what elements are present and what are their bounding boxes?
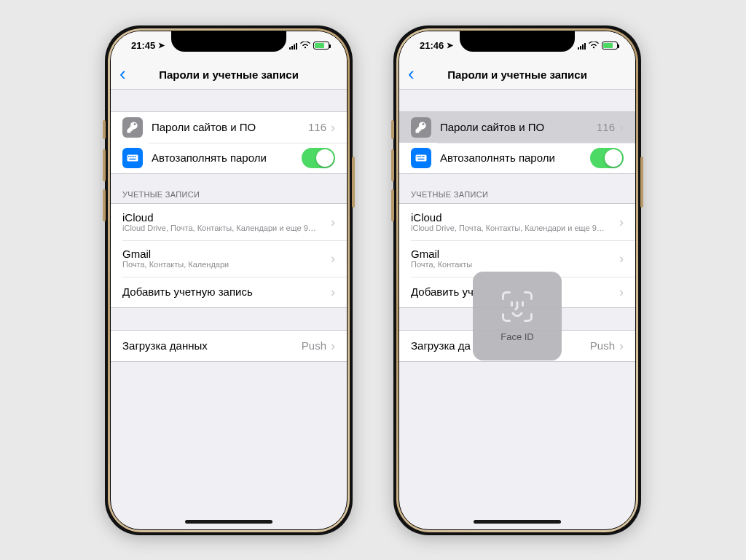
faceid-overlay: Face ID — [473, 272, 562, 360]
autofill-passwords-row[interactable]: Автозаполнять пароли — [111, 143, 347, 173]
page-title: Пароли и учетные записи — [111, 68, 347, 81]
chevron-right-icon: › — [331, 339, 335, 352]
row-subtitle: iCloud Drive, Почта, Контакты, Календари… — [122, 224, 331, 232]
signal-icon — [578, 42, 586, 50]
svg-rect-5 — [135, 156, 136, 157]
faceid-icon — [500, 289, 535, 324]
chevron-right-icon: › — [331, 216, 335, 229]
chevron-right-icon: › — [619, 252, 624, 265]
phone-frame-right: 21:46 ➤ ‹ Пароли и учетные записи — [393, 25, 641, 535]
row-subtitle: iCloud Drive, Почта, Контакты, Календари… — [411, 224, 619, 232]
chevron-right-icon: › — [619, 216, 624, 229]
chevron-right-icon: › — [331, 285, 335, 299]
chevron-right-icon: › — [619, 339, 624, 352]
account-row-icloud[interactable]: iCloud iCloud Drive, Почта, Контакты, Ка… — [399, 204, 635, 240]
chevron-right-icon: › — [619, 285, 624, 299]
row-value: 116 — [597, 121, 615, 133]
svg-rect-8 — [417, 156, 418, 157]
chevron-right-icon: › — [331, 252, 335, 265]
svg-rect-13 — [418, 158, 425, 159]
svg-rect-12 — [423, 156, 425, 157]
add-account-row[interactable]: Добавить учетную запись › — [111, 277, 347, 307]
svg-rect-11 — [422, 156, 423, 157]
svg-rect-7 — [416, 154, 427, 161]
signal-icon — [289, 42, 297, 50]
svg-rect-6 — [130, 158, 136, 159]
svg-rect-3 — [132, 156, 133, 157]
row-value: 116 — [308, 121, 326, 133]
volume-up-button[interactable] — [391, 149, 394, 181]
power-button[interactable] — [640, 157, 643, 208]
autofill-passwords-row[interactable]: Автозаполнять пароли — [399, 143, 635, 173]
volume-down-button[interactable] — [391, 189, 394, 221]
keyboard-icon — [122, 148, 143, 168]
fetch-data-row[interactable]: Загрузка данных Push › — [111, 331, 347, 361]
row-subtitle: Почта, Контакты — [411, 260, 619, 269]
mute-switch[interactable] — [103, 120, 106, 139]
chevron-right-icon: › — [331, 121, 335, 134]
row-label: Добавить учетную запись — [122, 285, 331, 298]
website-passwords-row[interactable]: Пароли сайтов и ПО 116 › — [111, 112, 347, 143]
key-icon — [411, 117, 431, 138]
svg-rect-0 — [127, 154, 138, 161]
row-subtitle: Почта, Контакты, Календари — [122, 260, 331, 269]
row-label: Автозаполнять пароли — [152, 151, 302, 164]
notch — [171, 31, 286, 52]
faceid-label: Face ID — [500, 331, 534, 342]
key-icon — [122, 117, 143, 138]
back-button[interactable]: ‹ — [111, 64, 130, 84]
svg-rect-1 — [128, 156, 130, 157]
row-value: Push — [590, 339, 615, 352]
row-label: iCloud — [411, 211, 619, 224]
mute-switch[interactable] — [391, 120, 394, 139]
chevron-right-icon: › — [619, 121, 624, 134]
wifi-icon — [589, 41, 599, 51]
row-label: Gmail — [122, 248, 331, 260]
battery-icon — [602, 42, 618, 50]
notch — [460, 31, 575, 52]
power-button[interactable] — [352, 157, 355, 208]
nav-bar: ‹ Пароли и учетные записи — [111, 60, 347, 90]
back-button[interactable]: ‹ — [399, 64, 419, 84]
wifi-icon — [300, 41, 310, 51]
status-time: 21:46 — [420, 40, 444, 51]
svg-rect-10 — [420, 156, 422, 157]
row-label: Gmail — [411, 248, 619, 260]
account-row-icloud[interactable]: iCloud iCloud Drive, Почта, Контакты, Ка… — [111, 204, 347, 240]
home-indicator[interactable] — [474, 520, 561, 524]
volume-down-button[interactable] — [103, 189, 106, 221]
status-time: 21:45 — [131, 40, 155, 51]
location-icon: ➤ — [447, 41, 453, 50]
location-icon: ➤ — [158, 41, 165, 50]
svg-rect-9 — [418, 156, 420, 157]
accounts-section-header: УЧЕТНЫЕ ЗАПИСИ — [399, 174, 635, 203]
row-label: Загрузка данных — [122, 339, 302, 352]
nav-bar: ‹ Пароли и учетные записи — [399, 60, 635, 90]
accounts-section-header: УЧЕТНЫЕ ЗАПИСИ — [111, 174, 347, 203]
row-label: Пароли сайтов и ПО — [152, 121, 308, 133]
website-passwords-row[interactable]: Пароли сайтов и ПО 116 › — [399, 112, 635, 143]
row-label: Пароли сайтов и ПО — [440, 121, 597, 133]
row-value: Push — [302, 339, 326, 352]
row-label: Автозаполнять пароли — [440, 151, 590, 164]
svg-rect-2 — [130, 156, 131, 157]
autofill-toggle[interactable] — [302, 148, 335, 168]
home-indicator[interactable] — [185, 520, 272, 524]
volume-up-button[interactable] — [103, 149, 106, 181]
phone-frame-left: 21:45 ➤ ‹ Пароли и учетные записи — [105, 25, 353, 535]
keyboard-icon — [411, 148, 431, 168]
account-row-gmail[interactable]: Gmail Почта, Контакты, Календари › — [111, 240, 347, 277]
page-title: Пароли и учетные записи — [399, 68, 635, 81]
autofill-toggle[interactable] — [590, 148, 624, 168]
row-label: iCloud — [122, 211, 331, 224]
battery-icon — [313, 42, 329, 50]
svg-rect-4 — [133, 156, 135, 157]
